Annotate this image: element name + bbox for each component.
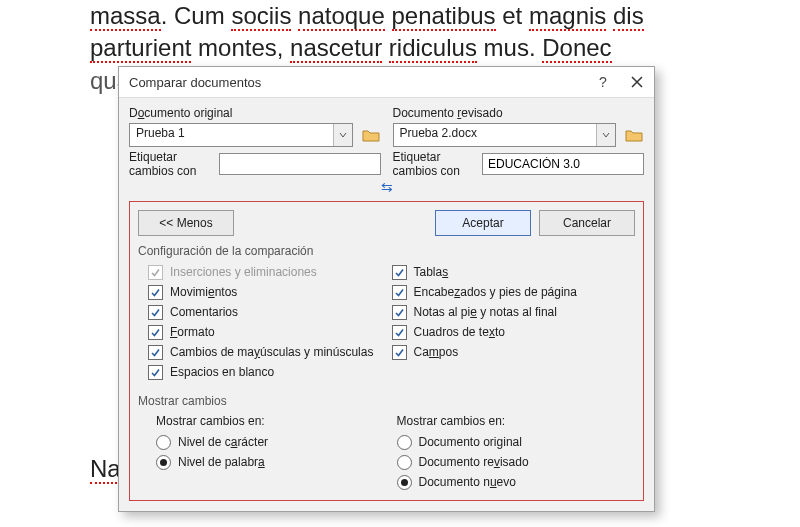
- checkbox-icon: [148, 305, 163, 320]
- checkbox-icon: [392, 345, 407, 360]
- show-changes-section: Mostrar cambios Mostrar cambios en: Nive…: [130, 390, 643, 500]
- radio-icon: [156, 435, 171, 450]
- radio-char-level[interactable]: Nivel de carácter: [156, 432, 387, 452]
- dialog-title: Comparar documentos: [129, 75, 586, 90]
- option-case[interactable]: Cambios de mayúsculas y minúsculas: [148, 342, 392, 362]
- browse-revised-button[interactable]: [624, 126, 644, 144]
- checkbox-icon: [392, 305, 407, 320]
- radio-original-doc[interactable]: Documento original: [397, 432, 628, 452]
- option-fields[interactable]: Campos: [392, 342, 636, 362]
- dialog-titlebar[interactable]: Comparar documentos ?: [119, 67, 654, 98]
- option-whitespace[interactable]: Espacios en blanco: [148, 362, 392, 382]
- revised-tag-label: Etiquetar cambios con: [393, 150, 477, 178]
- radio-revised-doc[interactable]: Documento revisado: [397, 452, 628, 472]
- close-icon: [631, 76, 643, 88]
- checkbox-icon: [392, 265, 407, 280]
- show-changes-left-title: Mostrar cambios en:: [156, 412, 387, 432]
- radio-word-level[interactable]: Nivel de palabra: [156, 452, 387, 472]
- radio-icon: [156, 455, 171, 470]
- radio-icon: [397, 475, 412, 490]
- option-tables[interactable]: Tablas: [392, 262, 636, 282]
- option-format[interactable]: Formato: [148, 322, 392, 342]
- option-textboxes[interactable]: Cuadros de texto: [392, 322, 636, 342]
- checkbox-icon: [148, 365, 163, 380]
- revised-document-value: Prueba 2.docx: [394, 124, 597, 146]
- comparison-settings-title: Configuración de la comparación: [138, 244, 635, 262]
- original-tag-input[interactable]: [219, 153, 381, 175]
- swap-arrows-icon: ⇆: [129, 179, 644, 195]
- radio-icon: [397, 435, 412, 450]
- original-label: Documento original: [129, 106, 381, 120]
- chevron-down-icon: [596, 124, 615, 146]
- chevron-down-icon: [333, 124, 352, 146]
- options-panel: << Menos Aceptar Cancelar Configuración …: [129, 201, 644, 501]
- checkbox-icon: [148, 325, 163, 340]
- checkbox-icon: [392, 325, 407, 340]
- option-footnotes[interactable]: Notas al pie y notas al final: [392, 302, 636, 322]
- option-headers-footers[interactable]: Encabezados y pies de página: [392, 282, 636, 302]
- original-document-value: Prueba 1: [130, 124, 333, 146]
- checkbox-icon: [148, 345, 163, 360]
- compare-documents-dialog: Comparar documentos ? Documento original…: [118, 66, 655, 512]
- original-tag-label: Etiquetar cambios con: [129, 150, 213, 178]
- less-button[interactable]: << Menos: [138, 210, 234, 236]
- checkbox-icon: [392, 285, 407, 300]
- option-movements[interactable]: Movimientos: [148, 282, 392, 302]
- browse-original-button[interactable]: [361, 126, 381, 144]
- show-changes-title: Mostrar cambios: [138, 394, 635, 412]
- option-insertions: Inserciones y eliminaciones: [148, 262, 392, 282]
- original-document-group: Documento original Prueba 1 Etiquetar ca…: [129, 106, 381, 175]
- revised-document-combo[interactable]: Prueba 2.docx: [393, 123, 617, 147]
- radio-icon: [397, 455, 412, 470]
- close-button[interactable]: [620, 67, 654, 97]
- revised-tag-input[interactable]: [482, 153, 644, 175]
- revised-label: Documento revisado: [393, 106, 645, 120]
- folder-icon: [362, 128, 380, 142]
- radio-new-doc[interactable]: Documento nuevo: [397, 472, 628, 492]
- revised-document-group: Documento revisado Prueba 2.docx Etiquet…: [393, 106, 645, 175]
- cancel-button[interactable]: Cancelar: [539, 210, 635, 236]
- option-comments[interactable]: Comentarios: [148, 302, 392, 322]
- comparison-settings: Configuración de la comparación Insercio…: [130, 244, 643, 390]
- accept-button[interactable]: Aceptar: [435, 210, 531, 236]
- show-changes-right-title: Mostrar cambios en:: [397, 412, 628, 432]
- folder-icon: [625, 128, 643, 142]
- original-document-combo[interactable]: Prueba 1: [129, 123, 353, 147]
- help-button[interactable]: ?: [586, 67, 620, 97]
- checkbox-icon: [148, 285, 163, 300]
- checkbox-icon: [148, 265, 163, 280]
